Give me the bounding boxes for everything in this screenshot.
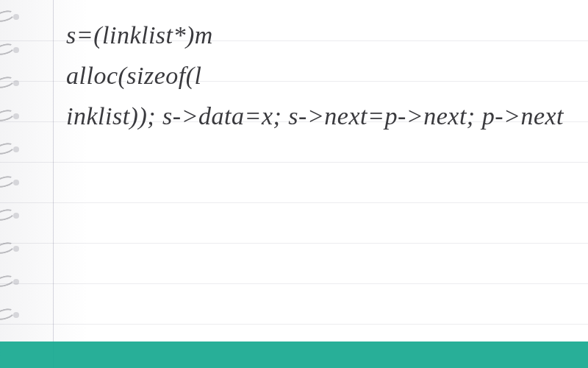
code-line-1: s=(linklist*)m xyxy=(66,15,566,55)
code-text: s=(linklist*)m alloc(sizeof(l inklist));… xyxy=(66,15,566,136)
code-line-3: inklist)); s->data=x; s->next=p->next; p… xyxy=(66,96,566,136)
footer-bar xyxy=(0,342,588,368)
code-line-2: alloc(sizeof(l xyxy=(66,55,566,96)
spiral-binding xyxy=(0,0,29,368)
margin-line xyxy=(53,0,54,368)
